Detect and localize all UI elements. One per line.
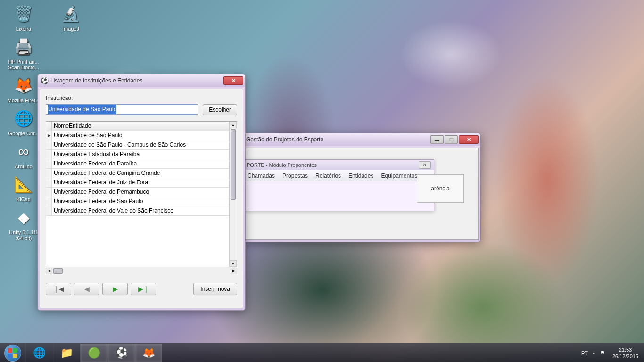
child-titlebar[interactable]: PORTE - Módulo Proponentes	[244, 160, 434, 170]
aparencia-button[interactable]: arência	[417, 174, 464, 203]
inserir-nova-button[interactable]: Inserir nova	[193, 283, 237, 295]
table-row[interactable]: Universidade Estadual da Paraíba	[46, 150, 229, 159]
institutions-grid: NomeEntidade Universidade de São PauloUn…	[46, 121, 237, 267]
table-row[interactable]: Universidade Federal do Vale do São Fran…	[46, 206, 229, 216]
taskbar-item-explorer[interactable]: 📁	[53, 344, 80, 362]
row-marker	[46, 131, 52, 140]
cell-nome-entidade: Universidade Estadual da Paraíba	[52, 150, 229, 159]
icon-glyph: 🗑️	[12, 2, 35, 25]
table-row[interactable]: Universidade Federal de Pernambuco	[46, 188, 229, 197]
icon-glyph: ◆	[12, 206, 35, 229]
nav-last-button[interactable]: ▶❘	[131, 283, 156, 295]
row-marker	[46, 188, 52, 197]
instituicao-input[interactable]: Universidade de São Paulo	[46, 104, 198, 115]
menu-item[interactable]: Propostas	[282, 173, 308, 179]
cell-nome-entidade: Universidade Federal do Vale do São Fran…	[52, 206, 229, 215]
icon-label: KiCad	[5, 197, 42, 202]
row-marker	[46, 169, 52, 178]
desktop-icon[interactable]: 🖨️HP Print an... Scan Docto...	[5, 35, 42, 70]
nav-prev-button[interactable]: ◀	[74, 283, 99, 295]
minimize-button[interactable]	[430, 135, 444, 144]
desktop-icon[interactable]: 🗑️Lixeira	[5, 2, 42, 32]
icon-glyph: ∞	[12, 140, 35, 163]
icon-glyph: 🔬	[59, 2, 82, 25]
menu-item[interactable]: Entidades	[348, 173, 373, 179]
table-row[interactable]: Universidade de São Paulo - Campus de Sã…	[46, 140, 229, 150]
menu-bar: ChamadasPropostasRelatóriosEntidadesEqui…	[244, 170, 434, 181]
soccer-ball-icon: ⚽	[41, 77, 48, 84]
icon-label: Arduino	[5, 164, 42, 169]
cell-nome-entidade: Universidade Federal de Pernambuco	[52, 188, 229, 197]
child-window-title: PORTE - Módulo Proponentes	[247, 162, 317, 168]
close-button[interactable]	[459, 135, 479, 144]
scroll-right-icon[interactable]: ▶	[231, 268, 237, 274]
table-row[interactable]: Universidade de São Paulo	[46, 131, 229, 140]
row-marker	[46, 150, 52, 159]
cell-nome-entidade: Universidade Federal de Campina Grande	[52, 169, 229, 178]
nav-next-button[interactable]: ▶	[102, 283, 128, 295]
icon-glyph: 🦊	[12, 74, 35, 97]
icon-label: HP Print an... Scan Docto...	[5, 59, 42, 70]
language-indicator[interactable]: PT	[581, 350, 588, 356]
row-marker	[46, 197, 52, 206]
taskbar-item-chrome[interactable]: 🟢	[80, 344, 107, 362]
cell-nome-entidade: Universidade de São Paulo - Campus de Sã…	[52, 140, 229, 149]
taskbar-item-gimp[interactable]: 🦊	[135, 344, 162, 362]
column-header[interactable]: NomeEntidade	[52, 122, 229, 131]
row-marker	[46, 140, 52, 149]
table-row[interactable]: Universidade Federal de Juiz de Fora	[46, 178, 229, 188]
cell-nome-entidade: Universidade Federal de São Paulo	[52, 197, 229, 206]
child-close-button[interactable]	[419, 161, 431, 169]
child-window-modulo-proponentes: PORTE - Módulo Proponentes ChamadasPropo…	[243, 159, 434, 211]
tray-chevron-icon[interactable]: ▴	[593, 350, 595, 356]
table-row[interactable]: Universidade Federal da Paraíba	[46, 159, 229, 169]
row-marker	[46, 178, 52, 187]
vertical-scrollbar[interactable]: ▲ ▼	[229, 122, 237, 267]
maximize-button[interactable]	[445, 135, 458, 144]
scroll-up-icon[interactable]: ▲	[230, 122, 237, 128]
icon-label: Lixeira	[5, 26, 42, 32]
scrollbar-thumb[interactable]	[53, 268, 63, 274]
taskbar-item-ie[interactable]: 🌐	[25, 344, 53, 362]
icon-label: Mozilla Firef...	[5, 98, 42, 103]
table-row[interactable]: Universidade Federal de Campina Grande	[46, 169, 229, 178]
desktop-icon[interactable]: 🌐Google Chr...	[5, 107, 42, 136]
titlebar[interactable]: Gestão de Projetos de Esporte	[243, 133, 480, 146]
desktop-icon[interactable]: ∞Arduino	[5, 140, 42, 169]
instituicao-label: Instituição:	[46, 95, 237, 101]
horizontal-scrollbar[interactable]: ◀ ▶	[46, 267, 237, 274]
window-title: Gestão de Projetos de Esporte	[246, 136, 429, 143]
icon-label: ImageJ	[52, 26, 90, 32]
desktop-icon[interactable]: 🦊Mozilla Firef...	[5, 74, 42, 103]
cell-nome-entidade: Universidade Federal de Juiz de Fora	[52, 178, 229, 187]
start-button[interactable]	[0, 344, 25, 362]
menu-item[interactable]: Equipamentos	[381, 173, 417, 179]
icon-glyph: 🖨️	[12, 35, 35, 58]
taskbar-item-app[interactable]: ⚽	[107, 344, 135, 362]
tray-flag-icon[interactable]: ⚑	[600, 350, 605, 356]
escolher-button[interactable]: Escolher	[203, 104, 237, 115]
desktop-icon[interactable]: ◆Unity 5.1.1f1 (64-bit)	[5, 206, 42, 241]
menu-item[interactable]: Relatórios	[315, 173, 341, 179]
grid-header: NomeEntidade	[46, 122, 229, 131]
clock[interactable]: 21:53 26/12/2015	[610, 346, 641, 360]
window-gestao-projetos: Gestão de Projetos de Esporte PORTE - Mó…	[243, 133, 481, 242]
cell-nome-entidade: Universidade de São Paulo	[52, 131, 229, 140]
desktop-icon[interactable]: 🔬ImageJ	[52, 2, 90, 32]
close-button[interactable]	[223, 76, 243, 85]
nav-first-button[interactable]: ❘◀	[46, 283, 71, 295]
icon-label: Unity 5.1.1f1 (64-bit)	[5, 230, 42, 241]
scroll-down-icon[interactable]: ▼	[230, 260, 237, 267]
desktop-icon[interactable]: 📐KiCad	[5, 173, 42, 202]
scroll-left-icon[interactable]: ◀	[46, 268, 52, 274]
row-marker	[46, 206, 52, 215]
cell-nome-entidade: Universidade Federal da Paraíba	[52, 159, 229, 168]
table-row[interactable]: Universidade Federal de São Paulo	[46, 197, 229, 206]
window-listagem-instituicoes: ⚽ Listagem de Instituições e Entidades I…	[37, 74, 246, 311]
taskbar: 🌐 📁 🟢 ⚽ 🦊 PT ▴ ⚑ 21:53 26/12/2015	[0, 343, 644, 362]
windows-logo-icon	[4, 345, 21, 362]
row-marker	[46, 159, 52, 168]
menu-item[interactable]: Chamadas	[248, 173, 275, 179]
scrollbar-thumb[interactable]	[231, 129, 236, 200]
titlebar[interactable]: ⚽ Listagem de Instituições e Entidades	[38, 74, 245, 87]
